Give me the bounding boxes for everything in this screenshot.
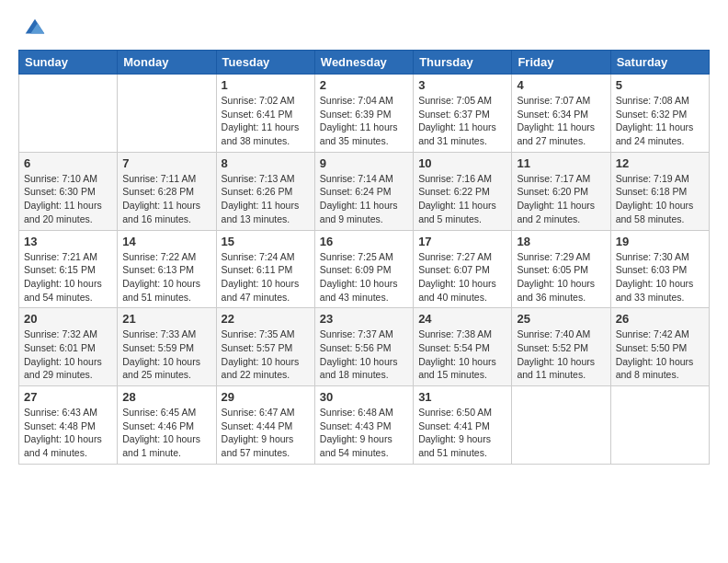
- weekday-header-friday: Friday: [512, 51, 610, 75]
- calendar-cell: 3Sunrise: 7:05 AMSunset: 6:37 PMDaylight…: [414, 75, 512, 153]
- cell-info: Sunrise: 7:40 AMSunset: 5:52 PMDaylight:…: [517, 327, 605, 382]
- week-row-2: 6Sunrise: 7:10 AMSunset: 6:30 PMDaylight…: [19, 152, 710, 230]
- cell-info: Sunrise: 6:50 AMSunset: 4:41 PMDaylight:…: [418, 406, 506, 460]
- weekday-header-monday: Monday: [118, 51, 216, 75]
- cell-info: Sunrise: 7:07 AMSunset: 6:34 PMDaylight:…: [517, 94, 605, 148]
- cell-info: Sunrise: 7:08 AMSunset: 6:32 PMDaylight:…: [616, 94, 704, 148]
- cell-info: Sunrise: 7:04 AMSunset: 6:39 PMDaylight:…: [320, 94, 408, 148]
- calendar-cell: [19, 75, 118, 153]
- calendar-cell: 29Sunrise: 6:47 AMSunset: 4:44 PMDayligh…: [216, 386, 314, 465]
- calendar-cell: 18Sunrise: 7:29 AMSunset: 6:05 PMDayligh…: [512, 230, 610, 308]
- cell-day-number: 29: [222, 390, 310, 404]
- calendar-cell: 13Sunrise: 7:21 AMSunset: 6:15 PMDayligh…: [19, 230, 118, 308]
- cell-info: Sunrise: 7:10 AMSunset: 6:30 PMDaylight:…: [24, 172, 112, 226]
- cell-info: Sunrise: 7:42 AMSunset: 5:50 PMDaylight:…: [616, 327, 704, 382]
- calendar-cell: 14Sunrise: 7:22 AMSunset: 6:13 PMDayligh…: [118, 230, 216, 308]
- page: SundayMondayTuesdayWednesdayThursdayFrid…: [0, 0, 728, 479]
- cell-info: Sunrise: 7:38 AMSunset: 5:54 PMDaylight:…: [418, 327, 506, 382]
- cell-day-number: 21: [122, 312, 210, 326]
- calendar-cell: 21Sunrise: 7:33 AMSunset: 5:59 PMDayligh…: [118, 308, 216, 386]
- cell-day-number: 20: [24, 312, 112, 326]
- week-row-3: 13Sunrise: 7:21 AMSunset: 6:15 PMDayligh…: [19, 230, 710, 308]
- weekday-header-tuesday: Tuesday: [216, 51, 314, 75]
- cell-day-number: 5: [616, 78, 704, 92]
- cell-info: Sunrise: 7:05 AMSunset: 6:37 PMDaylight:…: [418, 94, 506, 148]
- cell-info: Sunrise: 6:45 AMSunset: 4:46 PMDaylight:…: [122, 406, 210, 460]
- calendar-cell: 27Sunrise: 6:43 AMSunset: 4:48 PMDayligh…: [19, 386, 118, 465]
- cell-day-number: 25: [517, 312, 605, 326]
- cell-day-number: 19: [616, 235, 704, 248]
- cell-info: Sunrise: 7:25 AMSunset: 6:09 PMDaylight:…: [320, 250, 408, 304]
- cell-day-number: 10: [418, 156, 506, 170]
- week-row-1: 1Sunrise: 7:02 AMSunset: 6:41 PMDaylight…: [19, 75, 710, 153]
- calendar-cell: 7Sunrise: 7:11 AMSunset: 6:28 PMDaylight…: [118, 152, 216, 230]
- calendar-cell: 26Sunrise: 7:42 AMSunset: 5:50 PMDayligh…: [610, 308, 709, 386]
- calendar-cell: [512, 386, 610, 465]
- calendar-cell: 23Sunrise: 7:37 AMSunset: 5:56 PMDayligh…: [314, 308, 413, 386]
- calendar-cell: 17Sunrise: 7:27 AMSunset: 6:07 PMDayligh…: [414, 230, 512, 308]
- calendar-cell: 25Sunrise: 7:40 AMSunset: 5:52 PMDayligh…: [512, 308, 610, 386]
- logo: [18, 15, 48, 40]
- calendar-cell: 30Sunrise: 6:48 AMSunset: 4:43 PMDayligh…: [314, 386, 413, 465]
- weekday-header-saturday: Saturday: [610, 51, 709, 75]
- cell-info: Sunrise: 7:13 AMSunset: 6:26 PMDaylight:…: [222, 172, 310, 226]
- cell-info: Sunrise: 7:30 AMSunset: 6:03 PMDaylight:…: [616, 250, 704, 304]
- calendar-cell: 10Sunrise: 7:16 AMSunset: 6:22 PMDayligh…: [414, 152, 512, 230]
- calendar-cell: 2Sunrise: 7:04 AMSunset: 6:39 PMDaylight…: [314, 75, 413, 153]
- cell-info: Sunrise: 7:21 AMSunset: 6:15 PMDaylight:…: [24, 250, 112, 304]
- calendar-cell: 6Sunrise: 7:10 AMSunset: 6:30 PMDaylight…: [19, 152, 118, 230]
- calendar-cell: 4Sunrise: 7:07 AMSunset: 6:34 PMDaylight…: [512, 75, 610, 153]
- cell-info: Sunrise: 7:32 AMSunset: 6:01 PMDaylight:…: [24, 327, 112, 382]
- week-row-4: 20Sunrise: 7:32 AMSunset: 6:01 PMDayligh…: [19, 308, 710, 386]
- cell-day-number: 1: [222, 78, 310, 92]
- cell-info: Sunrise: 7:27 AMSunset: 6:07 PMDaylight:…: [418, 250, 506, 304]
- calendar-cell: 5Sunrise: 7:08 AMSunset: 6:32 PMDaylight…: [610, 75, 709, 153]
- cell-info: Sunrise: 7:24 AMSunset: 6:11 PMDaylight:…: [222, 250, 310, 304]
- cell-day-number: 12: [616, 156, 704, 170]
- calendar-cell: 15Sunrise: 7:24 AMSunset: 6:11 PMDayligh…: [216, 230, 314, 308]
- cell-info: Sunrise: 7:16 AMSunset: 6:22 PMDaylight:…: [418, 172, 506, 226]
- weekday-header-sunday: Sunday: [19, 51, 118, 75]
- calendar-cell: 8Sunrise: 7:13 AMSunset: 6:26 PMDaylight…: [216, 152, 314, 230]
- calendar-cell: 31Sunrise: 6:50 AMSunset: 4:41 PMDayligh…: [414, 386, 512, 465]
- cell-day-number: 3: [418, 78, 506, 92]
- cell-info: Sunrise: 7:29 AMSunset: 6:05 PMDaylight:…: [517, 250, 605, 304]
- weekday-header-row: SundayMondayTuesdayWednesdayThursdayFrid…: [19, 51, 710, 75]
- cell-info: Sunrise: 7:37 AMSunset: 5:56 PMDaylight:…: [320, 327, 408, 382]
- calendar-cell: [118, 75, 216, 153]
- weekday-header-wednesday: Wednesday: [314, 51, 413, 75]
- cell-day-number: 15: [222, 235, 310, 248]
- cell-day-number: 24: [418, 312, 506, 326]
- calendar-cell: 11Sunrise: 7:17 AMSunset: 6:20 PMDayligh…: [512, 152, 610, 230]
- calendar-cell: 16Sunrise: 7:25 AMSunset: 6:09 PMDayligh…: [314, 230, 413, 308]
- weekday-header-thursday: Thursday: [414, 51, 512, 75]
- calendar-cell: 9Sunrise: 7:14 AMSunset: 6:24 PMDaylight…: [314, 152, 413, 230]
- cell-info: Sunrise: 6:47 AMSunset: 4:44 PMDaylight:…: [222, 406, 310, 460]
- cell-info: Sunrise: 7:33 AMSunset: 5:59 PMDaylight:…: [122, 327, 210, 382]
- calendar-cell: 24Sunrise: 7:38 AMSunset: 5:54 PMDayligh…: [414, 308, 512, 386]
- cell-day-number: 22: [222, 312, 310, 326]
- cell-day-number: 11: [517, 156, 605, 170]
- logo-icon: [22, 15, 48, 40]
- cell-day-number: 30: [320, 390, 408, 404]
- cell-info: Sunrise: 7:19 AMSunset: 6:18 PMDaylight:…: [616, 172, 704, 226]
- week-row-5: 27Sunrise: 6:43 AMSunset: 4:48 PMDayligh…: [19, 386, 710, 465]
- cell-day-number: 7: [122, 156, 210, 170]
- cell-day-number: 6: [24, 156, 112, 170]
- cell-day-number: 14: [122, 235, 210, 248]
- cell-day-number: 4: [517, 78, 605, 92]
- cell-day-number: 27: [24, 390, 112, 404]
- cell-day-number: 16: [320, 235, 408, 248]
- cell-info: Sunrise: 7:02 AMSunset: 6:41 PMDaylight:…: [222, 94, 310, 148]
- cell-day-number: 17: [418, 235, 506, 248]
- cell-day-number: 2: [320, 78, 408, 92]
- cell-day-number: 9: [320, 156, 408, 170]
- calendar-cell: 1Sunrise: 7:02 AMSunset: 6:41 PMDaylight…: [216, 75, 314, 153]
- cell-day-number: 18: [517, 235, 605, 248]
- calendar-cell: 28Sunrise: 6:45 AMSunset: 4:46 PMDayligh…: [118, 386, 216, 465]
- cell-info: Sunrise: 7:14 AMSunset: 6:24 PMDaylight:…: [320, 172, 408, 226]
- cell-info: Sunrise: 7:17 AMSunset: 6:20 PMDaylight:…: [517, 172, 605, 226]
- cell-day-number: 13: [24, 235, 112, 248]
- cell-info: Sunrise: 6:48 AMSunset: 4:43 PMDaylight:…: [320, 406, 408, 460]
- calendar-cell: 20Sunrise: 7:32 AMSunset: 6:01 PMDayligh…: [19, 308, 118, 386]
